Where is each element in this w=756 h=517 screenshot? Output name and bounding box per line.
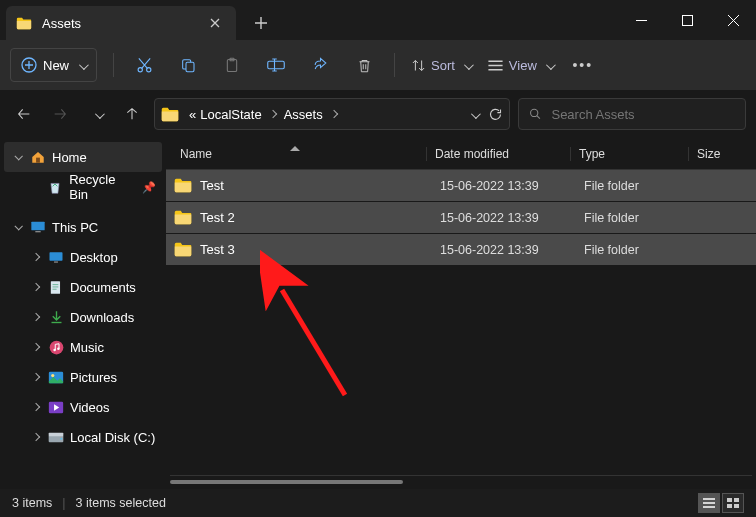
new-button[interactable]: New — [10, 48, 97, 82]
scissors-icon — [136, 57, 153, 74]
file-list-pane: Name Date modified Type Size Test 15-06-… — [166, 138, 756, 489]
up-button[interactable] — [118, 100, 146, 128]
chevron-right-icon — [329, 110, 337, 118]
history-chevron-icon[interactable] — [467, 107, 478, 122]
refresh-icon[interactable] — [488, 107, 503, 122]
svg-point-17 — [53, 348, 56, 351]
folder-icon — [161, 107, 179, 122]
view-button-label: View — [509, 58, 537, 73]
expand-toggle[interactable] — [30, 314, 42, 320]
trash-icon — [357, 57, 372, 74]
svg-rect-11 — [31, 222, 44, 231]
sidebar-item-home[interactable]: Home — [4, 142, 162, 172]
sidebar-item-pictures[interactable]: Pictures — [4, 362, 162, 392]
sidebar-item-recycle-bin[interactable]: Recycle Bin 📌 — [4, 172, 162, 202]
breadcrumb-segment-assets[interactable]: Assets — [282, 107, 325, 122]
thumbnails-view-toggle[interactable] — [722, 493, 744, 513]
tab-assets[interactable]: Assets — [6, 6, 236, 40]
expand-toggle[interactable] — [30, 284, 42, 290]
sidebar-item-this-pc[interactable]: This PC — [4, 212, 162, 242]
download-icon — [48, 309, 64, 325]
tab-title: Assets — [42, 16, 204, 31]
rename-button[interactable] — [256, 48, 296, 82]
column-header-name[interactable]: Name — [180, 147, 426, 161]
grid-icon — [727, 498, 739, 508]
column-header-type[interactable]: Type — [570, 147, 688, 161]
sort-ascending-icon — [290, 146, 300, 151]
recycle-bin-icon — [48, 179, 64, 195]
recent-locations-button[interactable] — [82, 100, 110, 128]
scrollbar-thumb[interactable] — [170, 480, 403, 484]
sidebar-item-label: Music — [70, 340, 104, 355]
status-bar: 3 items | 3 items selected — [0, 489, 756, 517]
svg-rect-8 — [268, 61, 285, 69]
expand-toggle[interactable] — [12, 154, 24, 160]
x-icon — [210, 18, 220, 28]
expand-toggle[interactable] — [30, 254, 42, 260]
sidebar-item-desktop[interactable]: Desktop — [4, 242, 162, 272]
pictures-icon — [48, 369, 64, 385]
view-button[interactable]: View — [481, 48, 559, 82]
svg-rect-28 — [734, 504, 739, 508]
separator: | — [62, 496, 65, 510]
expand-toggle[interactable] — [30, 434, 42, 440]
chevron-right-icon — [268, 110, 276, 118]
minimize-button[interactable] — [618, 0, 664, 40]
sidebar-item-local-disk-c[interactable]: Local Disk (C:) — [4, 422, 162, 452]
column-header-date[interactable]: Date modified — [426, 147, 570, 161]
maximize-button[interactable] — [664, 0, 710, 40]
sidebar-item-label: This PC — [52, 220, 98, 235]
delete-button[interactable] — [344, 48, 384, 82]
new-button-label: New — [43, 58, 69, 73]
maximize-icon — [682, 15, 693, 26]
chevron-down-icon — [542, 58, 553, 73]
forward-button[interactable] — [46, 100, 74, 128]
documents-icon — [48, 279, 64, 295]
expand-toggle[interactable] — [30, 374, 42, 380]
cut-button[interactable] — [124, 48, 164, 82]
horizontal-scrollbar[interactable] — [170, 475, 752, 489]
copy-icon — [180, 57, 196, 73]
sidebar-item-downloads[interactable]: Downloads — [4, 302, 162, 332]
breadcrumb-segment-localstate[interactable]: LocalState — [198, 107, 263, 122]
list-lines-icon — [487, 59, 504, 72]
search-input[interactable] — [551, 107, 735, 122]
expand-toggle[interactable] — [30, 344, 42, 350]
file-row[interactable]: Test 15-06-2022 13:39 File folder — [166, 170, 756, 202]
pin-icon: 📌 — [142, 181, 156, 194]
search-box[interactable] — [518, 98, 746, 130]
copy-button[interactable] — [168, 48, 208, 82]
ellipsis-icon: ••• — [572, 57, 593, 73]
expand-toggle[interactable] — [30, 404, 42, 410]
share-button[interactable] — [300, 48, 340, 82]
new-tab-button[interactable] — [244, 6, 278, 40]
sidebar-item-documents[interactable]: Documents — [4, 272, 162, 302]
window-controls — [618, 0, 756, 40]
paste-button[interactable] — [212, 48, 252, 82]
sort-button-label: Sort — [431, 58, 455, 73]
sort-button[interactable]: Sort — [405, 48, 477, 82]
plus-icon — [254, 16, 268, 30]
arrow-up-icon — [124, 106, 140, 122]
svg-rect-12 — [35, 231, 40, 232]
share-icon — [312, 57, 329, 73]
breadcrumb-bar[interactable]: « LocalState Assets — [154, 98, 510, 130]
details-view-toggle[interactable] — [698, 493, 720, 513]
more-button[interactable]: ••• — [563, 48, 603, 82]
back-button[interactable] — [10, 100, 38, 128]
column-header-size[interactable]: Size — [688, 147, 748, 161]
sidebar-item-videos[interactable]: Videos — [4, 392, 162, 422]
column-headers: Name Date modified Type Size — [166, 138, 756, 170]
file-row[interactable]: Test 2 15-06-2022 13:39 File folder — [166, 202, 756, 234]
sidebar-item-music[interactable]: Music — [4, 332, 162, 362]
sidebar-item-label: Desktop — [70, 250, 118, 265]
file-row[interactable]: Test 3 15-06-2022 13:39 File folder — [166, 234, 756, 266]
close-window-button[interactable] — [710, 0, 756, 40]
close-tab-button[interactable] — [204, 12, 226, 34]
expand-toggle[interactable] — [12, 224, 24, 230]
sidebar-item-label: Videos — [70, 400, 110, 415]
file-type: File folder — [584, 211, 702, 225]
file-name: Test 2 — [200, 210, 440, 225]
file-date: 15-06-2022 13:39 — [440, 243, 584, 257]
svg-rect-13 — [50, 252, 63, 260]
